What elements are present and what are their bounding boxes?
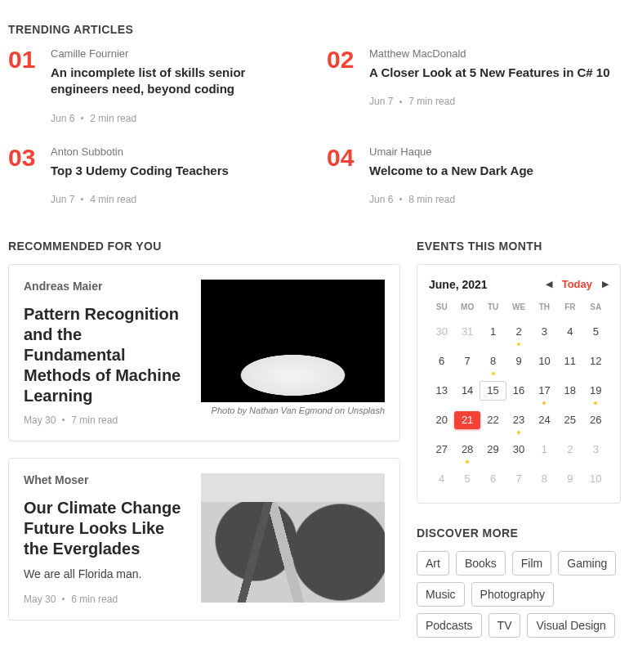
- calendar-day-cell[interactable]: 31: [454, 323, 480, 341]
- calendar-day-cell[interactable]: 10: [532, 352, 557, 370]
- calendar-day-cell[interactable]: 9: [557, 470, 582, 488]
- discover-tags: ArtBooksFilmGamingMusicPhotographyPodcas…: [417, 551, 621, 638]
- calendar-day-cell[interactable]: 4: [429, 470, 454, 488]
- calendar-day-cell[interactable]: 1: [480, 323, 506, 341]
- section-title-events: EVENTS THIS MONTH: [417, 240, 621, 253]
- prev-month-button[interactable]: ◀: [546, 279, 552, 289]
- calendar-day-cell[interactable]: 6: [429, 352, 454, 370]
- article-title-link[interactable]: A Closer Look at 5 New Features in C# 10: [369, 65, 614, 81]
- author-link[interactable]: Camille Fournier: [51, 47, 302, 60]
- calendar-day-cell[interactable]: 25: [557, 411, 582, 429]
- calendar-day-cell[interactable]: 11: [557, 352, 582, 370]
- calendar-day-cell[interactable]: 5: [454, 470, 480, 488]
- rank-label: 02: [327, 47, 361, 72]
- section-title-trending: TRENDING ARTICLES: [8, 23, 621, 36]
- next-month-button[interactable]: ▶: [602, 279, 609, 289]
- read-time-label: 7 min read: [71, 414, 118, 426]
- trending-item: 04 Umair Haque Welcome to a New Dark Age…: [327, 146, 621, 205]
- date-label: May 30: [24, 414, 56, 426]
- read-time-label: 6 min read: [71, 594, 118, 605]
- calendar-day-cell[interactable]: 3: [583, 441, 609, 459]
- article-title-link[interactable]: An incomplete list of skills senior engi…: [51, 65, 296, 98]
- recommended-card[interactable]: Andreas Maier Pattern Recognition and th…: [8, 264, 400, 441]
- article-title-link[interactable]: Welcome to a New Dark Age: [369, 163, 614, 179]
- calendar-day-cell[interactable]: 30: [429, 323, 454, 341]
- section-title-discover: DISCOVER MORE: [417, 526, 621, 540]
- separator-dot: [399, 101, 402, 103]
- calendar-day-cell[interactable]: 13: [429, 382, 454, 400]
- calendar-day-cell[interactable]: 2: [506, 323, 531, 341]
- calendar-day-cell[interactable]: 16: [506, 382, 531, 400]
- author-link[interactable]: Whet Moser: [24, 473, 188, 486]
- author-link[interactable]: Umair Haque: [369, 146, 621, 158]
- discover-tag[interactable]: Podcasts: [417, 613, 482, 638]
- article-title-link[interactable]: Our Climate Change Future Looks Like the…: [24, 498, 188, 559]
- read-time-label: 2 min read: [90, 113, 136, 124]
- calendar-month-label: June, 2021: [429, 278, 488, 291]
- calendar-day-cell[interactable]: 22: [480, 411, 506, 429]
- author-link[interactable]: Anton Subbotin: [51, 146, 302, 158]
- calendar-day-cell[interactable]: 5: [583, 323, 609, 341]
- author-link[interactable]: Matthew MacDonald: [369, 47, 621, 60]
- trending-item: 03 Anton Subbotin Top 3 Udemy Coding Tea…: [8, 146, 302, 205]
- discover-tag[interactable]: Film: [512, 551, 551, 576]
- calendar-dow-label: SA: [583, 302, 609, 311]
- calendar-day-cell[interactable]: 3: [532, 323, 557, 341]
- rank-label: 03: [8, 146, 42, 170]
- article-image[interactable]: [201, 473, 385, 603]
- today-button[interactable]: Today: [562, 278, 592, 290]
- recommended-card[interactable]: Whet Moser Our Climate Change Future Loo…: [8, 458, 400, 620]
- calendar-day-cell[interactable]: 6: [480, 470, 506, 488]
- discover-tag[interactable]: Music: [417, 582, 465, 607]
- discover-tag[interactable]: Art: [417, 551, 449, 576]
- calendar-dow-label: MO: [454, 302, 480, 311]
- article-subtitle: We are all Florida man.: [24, 567, 188, 580]
- read-time-label: 8 min read: [408, 194, 455, 205]
- calendar-day-cell[interactable]: 20: [429, 411, 454, 429]
- rank-label: 01: [8, 47, 42, 72]
- calendar-dow-label: WE: [506, 302, 531, 311]
- discover-tag[interactable]: Books: [456, 551, 506, 576]
- calendar-day-cell[interactable]: 10: [583, 470, 609, 488]
- date-label: Jun 6: [369, 194, 393, 205]
- trending-list: 01 Camille Fournier An incomplete list o…: [8, 47, 621, 205]
- calendar-dow-label: TU: [480, 302, 506, 311]
- calendar-day-cell[interactable]: 23: [506, 411, 531, 429]
- calendar-day-cell[interactable]: 8: [480, 352, 506, 370]
- calendar-day-cell[interactable]: 29: [480, 441, 506, 459]
- author-link[interactable]: Andreas Maier: [24, 280, 188, 293]
- calendar-day-cell[interactable]: 26: [583, 411, 609, 429]
- calendar-day-cell[interactable]: 7: [454, 352, 480, 370]
- calendar-day-cell[interactable]: 24: [532, 411, 557, 429]
- trending-item: 01 Camille Fournier An incomplete list o…: [8, 47, 302, 124]
- calendar-day-cell[interactable]: 17: [532, 382, 557, 400]
- calendar-day-cell[interactable]: 15: [480, 382, 506, 400]
- calendar-day-cell[interactable]: 8: [532, 470, 557, 488]
- date-label: May 30: [24, 594, 56, 605]
- calendar-day-cell[interactable]: 7: [506, 470, 531, 488]
- calendar-grid: SUMOTUWETHFRSA30311234567891011121314151…: [429, 302, 609, 488]
- calendar-day-cell[interactable]: 1: [532, 441, 557, 459]
- article-title-link[interactable]: Top 3 Udemy Coding Teachers: [51, 163, 296, 179]
- calendar-day-cell[interactable]: 12: [583, 352, 609, 370]
- discover-tag[interactable]: TV: [488, 613, 521, 638]
- calendar-day-cell[interactable]: 9: [506, 352, 531, 370]
- discover-tag[interactable]: Gaming: [558, 551, 616, 576]
- calendar-day-cell[interactable]: 2: [557, 441, 582, 459]
- article-image[interactable]: [201, 280, 385, 402]
- date-label: Jun 7: [51, 194, 74, 205]
- calendar-day-cell[interactable]: 27: [429, 441, 454, 459]
- calendar-day-cell[interactable]: 4: [557, 323, 582, 341]
- article-title-link[interactable]: Pattern Recognition and the Fundamental …: [24, 304, 188, 406]
- calendar-day-cell[interactable]: 21: [454, 411, 480, 429]
- separator-dot: [81, 198, 83, 200]
- calendar-day-cell[interactable]: 30: [506, 441, 531, 459]
- calendar-day-cell[interactable]: 28: [454, 441, 480, 459]
- read-time-label: 4 min read: [90, 194, 136, 205]
- calendar-day-cell[interactable]: 14: [454, 382, 480, 400]
- separator-dot: [62, 419, 65, 421]
- calendar-day-cell[interactable]: 18: [557, 382, 582, 400]
- discover-tag[interactable]: Photography: [471, 582, 554, 607]
- discover-tag[interactable]: Visual Design: [527, 613, 614, 638]
- calendar-day-cell[interactable]: 19: [583, 382, 609, 400]
